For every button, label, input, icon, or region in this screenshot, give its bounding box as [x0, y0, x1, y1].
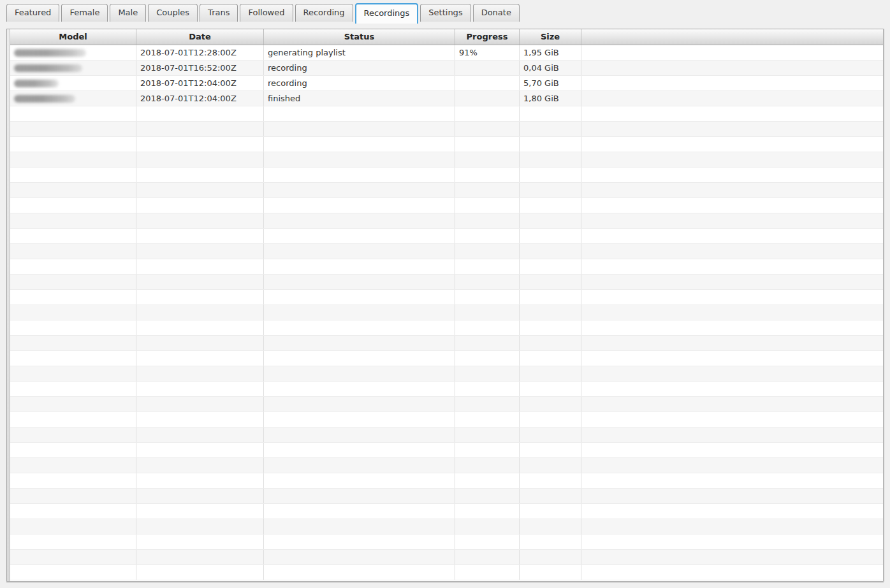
- table-row[interactable]: 2018-07-01T12:28:00Zgenerating playlist9…: [10, 45, 883, 61]
- column-header-date[interactable]: Date: [136, 29, 264, 45]
- cell-model: [10, 550, 136, 564]
- table-row-empty: [10, 305, 883, 320]
- cell-progress: [455, 320, 520, 335]
- table-header-row: ModelDateStatusProgressSize: [10, 29, 883, 45]
- cell-status: [264, 106, 455, 121]
- cell-date: [136, 168, 264, 182]
- tab-recordings[interactable]: Recordings: [355, 3, 419, 24]
- cell-status: [264, 305, 455, 320]
- cell-status: [264, 351, 455, 366]
- cell-filler: [581, 275, 883, 289]
- cell-model: [10, 427, 136, 442]
- table-row[interactable]: 2018-07-01T16:52:00Zrecording0,04 GiB: [10, 61, 883, 76]
- table-row-empty: [10, 427, 883, 443]
- column-header-progress[interactable]: Progress: [455, 29, 520, 45]
- cell-status: [264, 443, 455, 457]
- table-row[interactable]: 2018-07-01T12:04:00Zfinished1,80 GiB: [10, 91, 883, 106]
- cell-model: [10, 122, 136, 136]
- column-header-size[interactable]: Size: [520, 29, 581, 45]
- cell-date: [136, 382, 264, 396]
- tab-featured[interactable]: Featured: [6, 4, 59, 22]
- cell-date: [136, 443, 264, 457]
- cell-filler: [581, 534, 883, 549]
- cell-filler: [581, 336, 883, 350]
- table-row-empty: [10, 106, 883, 122]
- column-header-filler[interactable]: [581, 29, 883, 45]
- cell-model: [10, 336, 136, 350]
- cell-size: [520, 168, 581, 182]
- tab-couples[interactable]: Couples: [148, 4, 198, 22]
- recordings-table: ModelDateStatusProgressSize 2018-07-01T1…: [6, 29, 884, 582]
- cell-model: [10, 259, 136, 274]
- tab-settings[interactable]: Settings: [420, 4, 471, 22]
- table-row-empty: [10, 366, 883, 382]
- cell-size: 1,95 GiB: [520, 45, 581, 60]
- cell-date: [136, 336, 264, 350]
- cell-filler: [581, 168, 883, 182]
- table-row-empty: [10, 320, 883, 336]
- cell-date: [136, 427, 264, 442]
- cell-date: [136, 504, 264, 519]
- cell-status: [264, 397, 455, 412]
- cell-filler: [581, 427, 883, 442]
- table-row-empty: [10, 198, 883, 213]
- table-row-empty: [10, 412, 883, 427]
- cell-size: [520, 152, 581, 167]
- cell-model: [10, 351, 136, 366]
- table-row-empty: [10, 259, 883, 275]
- cell-status: [264, 229, 455, 243]
- cell-status: [264, 382, 455, 396]
- column-header-status[interactable]: Status: [264, 29, 455, 45]
- cell-size: [520, 458, 581, 473]
- cell-progress: [455, 198, 520, 213]
- tab-female[interactable]: Female: [61, 4, 108, 22]
- table-row[interactable]: 2018-07-01T12:04:00Zrecording5,70 GiB: [10, 76, 883, 91]
- cell-date: [136, 305, 264, 320]
- cell-filler: [581, 473, 883, 488]
- cell-size: [520, 229, 581, 243]
- table-row-empty: [10, 565, 883, 580]
- cell-status: [264, 320, 455, 335]
- table-row-empty: [10, 168, 883, 183]
- cell-date: [136, 366, 264, 381]
- cell-filler: [581, 290, 883, 305]
- cell-status: [264, 183, 455, 197]
- table-row-empty: [10, 382, 883, 397]
- tab-recording[interactable]: Recording: [295, 4, 353, 22]
- cell-filler: [581, 458, 883, 473]
- table-row-empty: [10, 290, 883, 305]
- cell-date: [136, 229, 264, 243]
- table-row-empty: [10, 213, 883, 229]
- cell-date: 2018-07-01T12:04:00Z: [136, 91, 264, 106]
- cell-model: [10, 489, 136, 503]
- cell-model: [10, 443, 136, 457]
- cell-progress: [455, 366, 520, 381]
- cell-progress: [455, 397, 520, 412]
- cell-filler: [581, 443, 883, 457]
- cell-progress: [455, 76, 520, 90]
- cell-date: [136, 320, 264, 335]
- cell-status: [264, 366, 455, 381]
- cell-model: [10, 91, 136, 106]
- cell-progress: [455, 427, 520, 442]
- cell-filler: [581, 489, 883, 503]
- cell-progress: [455, 106, 520, 121]
- cell-date: [136, 152, 264, 167]
- column-header-model[interactable]: Model: [10, 29, 136, 45]
- cell-size: [520, 519, 581, 534]
- tab-male[interactable]: Male: [110, 4, 146, 22]
- cell-date: [136, 473, 264, 488]
- tab-followed[interactable]: Followed: [240, 4, 293, 22]
- cell-status: [264, 534, 455, 549]
- table-row-empty: [10, 122, 883, 137]
- tab-trans[interactable]: Trans: [200, 4, 238, 22]
- cell-progress: [455, 290, 520, 305]
- cell-size: [520, 550, 581, 564]
- tab-donate[interactable]: Donate: [473, 4, 520, 22]
- cell-size: [520, 290, 581, 305]
- cell-date: [136, 458, 264, 473]
- cell-progress: [455, 259, 520, 274]
- cell-progress: [455, 152, 520, 167]
- redacted-model-name: [14, 49, 86, 57]
- cell-status: [264, 412, 455, 427]
